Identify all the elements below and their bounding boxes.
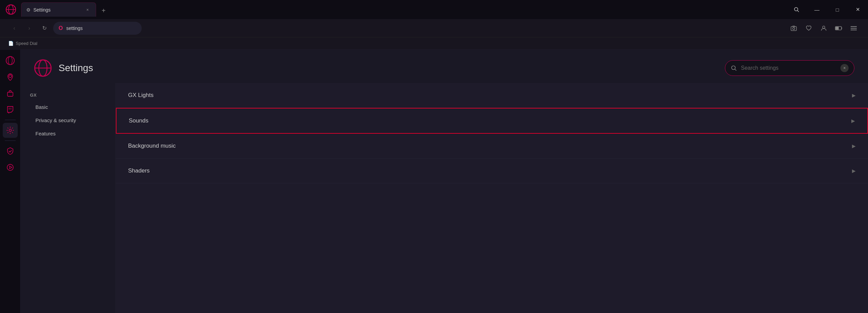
nav-section-gx: GX — [20, 90, 115, 100]
address-text: settings — [66, 26, 82, 31]
svg-point-15 — [8, 56, 12, 65]
settings-row-shaders[interactable]: Shaders ▶ — [116, 159, 868, 183]
sidebar-divider-1 — [5, 120, 16, 120]
settings-tab-icon: ⚙ — [26, 7, 31, 13]
sidebar-icon-bag[interactable] — [3, 86, 18, 101]
search-box[interactable]: × — [725, 60, 854, 76]
sidebar-icon-location[interactable] — [3, 69, 18, 84]
add-tab-button[interactable]: + — [97, 4, 110, 17]
sidebar-icon-opera[interactable] — [3, 53, 18, 68]
opera-o-icon: O — [59, 25, 63, 31]
minimize-button[interactable]: — — [807, 3, 827, 16]
settings-row-label-background-music: Background music — [128, 143, 852, 149]
icon-sidebar — [0, 50, 20, 313]
heart-button[interactable] — [803, 22, 815, 34]
speed-dial-icon: 📄 — [8, 41, 14, 46]
settings-nav: GX Basic Privacy & security Features — [20, 83, 116, 313]
chevron-right-icon-2: ▶ — [852, 143, 856, 149]
user-button[interactable] — [818, 22, 830, 34]
svg-rect-17 — [7, 92, 13, 96]
tab-strip: ⚙ Settings × + — [21, 2, 110, 17]
toolbar-right — [788, 22, 860, 34]
main-layout: Settings × GX Basic Privacy & security — [0, 50, 868, 313]
chevron-right-icon-3: ▶ — [852, 168, 856, 174]
tab-close-button[interactable]: × — [84, 6, 91, 13]
settings-row-background-music[interactable]: Background music ▶ — [116, 134, 868, 159]
svg-marker-22 — [10, 166, 12, 169]
settings-content: GX Lights ▶ Sounds ▶ Background music ▶ … — [116, 83, 868, 313]
close-button[interactable]: ✕ — [848, 3, 868, 16]
settings-row-sounds[interactable]: Sounds ▶ — [116, 108, 868, 134]
title-bar: ⚙ Settings × + — □ ✕ — [0, 0, 868, 19]
svg-rect-10 — [836, 27, 839, 30]
sidebar-icon-gear[interactable] — [3, 123, 18, 138]
svg-line-27 — [735, 69, 737, 71]
address-bar[interactable]: O settings — [53, 22, 142, 35]
breadcrumb-bar: 📄 Speed Dial — [0, 37, 868, 50]
svg-point-8 — [823, 26, 825, 28]
settings-title: Settings — [59, 63, 93, 73]
breadcrumb-label: Speed Dial — [16, 41, 37, 46]
nav-item-basic[interactable]: Basic — [20, 100, 115, 114]
settings-header: Settings × — [20, 50, 868, 83]
sidebar-icon-twitch[interactable] — [3, 102, 18, 117]
sidebar-icon-vpn[interactable] — [3, 144, 18, 159]
settings-row-gx-lights[interactable]: GX Lights ▶ — [116, 83, 868, 108]
screenshot-button[interactable] — [788, 22, 800, 34]
breadcrumb-speed-dial[interactable]: 📄 Speed Dial — [8, 41, 37, 46]
settings-tab-title: Settings — [33, 7, 81, 13]
forward-button[interactable]: › — [23, 22, 35, 34]
battery-button[interactable] — [833, 22, 845, 34]
sidebar-icon-play[interactable] — [3, 160, 18, 175]
maximize-button[interactable]: □ — [827, 3, 848, 16]
browser-toolbar: ‹ › ↻ O settings — [0, 19, 868, 37]
nav-item-privacy[interactable]: Privacy & security — [20, 114, 115, 127]
reload-button[interactable]: ↻ — [38, 22, 50, 34]
title-bar-left: ⚙ Settings × + — [3, 2, 786, 17]
nav-item-features[interactable]: Features — [20, 127, 115, 140]
search-input[interactable] — [741, 65, 836, 71]
opera-logo-button[interactable] — [3, 2, 18, 17]
settings-body: GX Basic Privacy & security Features GX … — [20, 83, 868, 313]
settings-logo — [34, 59, 52, 77]
settings-row-label-gx-lights: GX Lights — [128, 92, 852, 99]
settings-tab[interactable]: ⚙ Settings × — [21, 2, 96, 17]
search-clear-button[interactable]: × — [840, 64, 849, 72]
settings-row-label-sounds: Sounds — [129, 117, 851, 124]
back-button[interactable]: ‹ — [8, 22, 20, 34]
sidebar-divider-2 — [5, 141, 16, 141]
settings-row-label-shaders: Shaders — [128, 167, 852, 174]
chevron-right-icon-1: ▶ — [851, 118, 855, 123]
svg-point-16 — [9, 75, 12, 78]
search-button[interactable] — [786, 3, 807, 16]
search-icon — [731, 65, 737, 71]
menu-button[interactable] — [848, 22, 860, 34]
window-controls: — □ ✕ — [786, 3, 868, 16]
svg-point-6 — [793, 28, 795, 30]
svg-line-4 — [797, 11, 799, 12]
svg-point-26 — [732, 66, 735, 70]
svg-point-20 — [9, 129, 11, 132]
chevron-right-icon-0: ▶ — [852, 93, 856, 98]
settings-container: Settings × GX Basic Privacy & security — [20, 50, 868, 313]
svg-rect-5 — [791, 27, 796, 31]
svg-point-14 — [6, 56, 14, 65]
svg-point-3 — [794, 7, 798, 11]
